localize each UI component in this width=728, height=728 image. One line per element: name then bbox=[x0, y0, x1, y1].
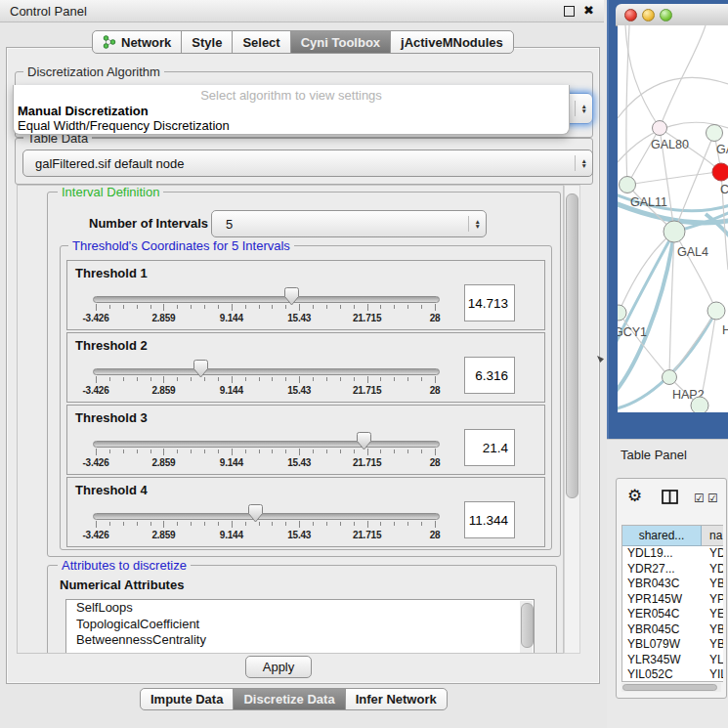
tick-mark bbox=[380, 305, 381, 309]
network-canvas[interactable]: GAL80GACGAL11GAL4GCY1HHAP2 bbox=[618, 25, 728, 412]
tick-mark bbox=[218, 450, 219, 453]
column-header-shared[interactable]: shared... bbox=[622, 526, 702, 546]
scrollbar-thumb[interactable] bbox=[622, 684, 717, 691]
threshold-value-field[interactable]: 14.713 bbox=[464, 284, 515, 321]
close-window-button-icon[interactable] bbox=[624, 9, 637, 21]
tick-mark bbox=[272, 305, 273, 309]
table-data-value: galFiltered.sif default node bbox=[35, 156, 184, 171]
network-node-hap2[interactable] bbox=[663, 370, 677, 385]
tab-network[interactable]: Network bbox=[92, 30, 182, 54]
tick-mark bbox=[150, 377, 151, 381]
table-data-combobox[interactable]: galFiltered.sif default node ▲▼ bbox=[22, 150, 593, 177]
tab-style[interactable]: Style bbox=[181, 30, 233, 54]
network-node-h[interactable] bbox=[707, 302, 725, 320]
network-node-gcy1[interactable] bbox=[618, 305, 626, 321]
network-node-gal80[interactable] bbox=[653, 121, 667, 136]
gear-icon[interactable]: ⚙ bbox=[627, 486, 642, 506]
tick-mark bbox=[340, 522, 341, 526]
tab-cyni-toolbox[interactable]: Cyni Toolbox bbox=[290, 30, 391, 54]
algorithm-option-manual-discretization[interactable]: Manual Discretization bbox=[18, 104, 565, 118]
tick-mark bbox=[137, 522, 138, 526]
algorithm-option-equal-width-frequency-discretization[interactable]: Equal Width/Frequency Discretization bbox=[18, 118, 565, 133]
slider-track[interactable] bbox=[93, 296, 440, 303]
slider-track[interactable] bbox=[93, 368, 440, 375]
table-row[interactable]: YBL079WYBL0 bbox=[622, 637, 723, 653]
tick-mark bbox=[272, 377, 273, 381]
tab-discretize-data[interactable]: Discretize Data bbox=[233, 688, 345, 710]
cell-name: YBL0 bbox=[702, 637, 723, 653]
cell-name: YBR0 bbox=[702, 622, 723, 638]
table-row[interactable]: YER054CYER0 bbox=[622, 607, 723, 622]
scrollbar-thumb[interactable] bbox=[521, 603, 534, 648]
table-hscrollbar[interactable] bbox=[621, 683, 721, 692]
tick-mark bbox=[367, 521, 368, 528]
table-row[interactable]: YIL052CYIL0 bbox=[622, 667, 723, 682]
threshold-label: Threshold 1 bbox=[75, 266, 148, 280]
float-window-icon[interactable] bbox=[564, 6, 575, 17]
tick-mark bbox=[326, 377, 327, 381]
node-label: GCY1 bbox=[618, 325, 647, 339]
table-row[interactable]: YLR345WYLR3 bbox=[622, 653, 723, 668]
tab-label: Infer Network bbox=[356, 692, 437, 707]
column-header-na[interactable]: na bbox=[702, 526, 723, 546]
tick-mark bbox=[177, 305, 178, 309]
list-scrollbar[interactable] bbox=[520, 601, 533, 654]
node-table: shared...na YDL19...YDL1YDR27...YDR2YBR0… bbox=[621, 525, 723, 682]
table-row[interactable]: YDL19...YDL1 bbox=[622, 546, 723, 562]
number-of-intervals-spinner[interactable]: 5 ▲▼ bbox=[211, 210, 487, 237]
network-node-gal11[interactable] bbox=[620, 177, 636, 193]
close-icon[interactable]: ✖ bbox=[583, 3, 594, 19]
tick-mark bbox=[232, 376, 233, 383]
slider-thumb[interactable] bbox=[284, 287, 299, 306]
network-node-c[interactable] bbox=[712, 163, 728, 181]
table-row[interactable]: YBR045CYBR0 bbox=[622, 622, 723, 638]
numerical-attributes-label: Numerical Attributes bbox=[60, 578, 184, 592]
attribute-item[interactable]: SelfLoops bbox=[66, 600, 534, 617]
tick-mark bbox=[340, 377, 341, 381]
slider-track[interactable] bbox=[93, 441, 440, 448]
split-columns-icon[interactable] bbox=[662, 490, 678, 508]
tick-mark bbox=[150, 522, 151, 526]
scrollbar-thumb[interactable] bbox=[566, 193, 578, 498]
tab-select[interactable]: Select bbox=[232, 30, 290, 54]
threshold-value-field[interactable]: 21.4 bbox=[464, 429, 515, 466]
zoom-window-button-icon[interactable] bbox=[660, 9, 672, 21]
table-row[interactable]: YDR27...YDR2 bbox=[622, 562, 723, 578]
network-node-ga[interactable] bbox=[707, 125, 723, 142]
tab-infer-network[interactable]: Infer Network bbox=[345, 688, 448, 710]
network-edge[interactable] bbox=[625, 25, 660, 128]
attribute-item[interactable]: TopologicalCoefficient bbox=[66, 617, 534, 633]
tick-mark bbox=[407, 305, 408, 309]
apply-button[interactable]: Apply bbox=[245, 656, 312, 678]
attribute-item[interactable]: BetweennessCentrality bbox=[66, 632, 534, 649]
network-edge[interactable] bbox=[674, 232, 716, 311]
tick-mark bbox=[313, 450, 314, 453]
slider-thumb[interactable] bbox=[248, 504, 263, 523]
tick-mark bbox=[245, 522, 246, 526]
tab-impute-data[interactable]: Impute Data bbox=[140, 688, 234, 710]
tick-mark bbox=[299, 521, 300, 528]
table-row[interactable]: YPR145WYPR1 bbox=[622, 592, 723, 608]
select-all-checkbox-icon[interactable]: ☑ bbox=[694, 492, 705, 505]
network-node-gal4[interactable] bbox=[664, 221, 685, 242]
tick-mark bbox=[204, 450, 205, 453]
network-edge[interactable] bbox=[627, 172, 721, 185]
slider-track[interactable] bbox=[93, 513, 440, 520]
slider-thumb[interactable] bbox=[357, 432, 371, 450]
cell-shared-name: YBR043C bbox=[622, 577, 702, 592]
panel-scrollbar[interactable] bbox=[564, 185, 580, 654]
select-none-checkbox-icon[interactable]: ☑ bbox=[707, 492, 718, 505]
tab-jactivemnodules[interactable]: jActiveMNodules bbox=[390, 30, 514, 54]
slider-thumb[interactable] bbox=[193, 360, 208, 378]
tick-mark bbox=[191, 305, 192, 309]
tick-mark bbox=[245, 377, 246, 381]
network-edge[interactable] bbox=[627, 128, 660, 185]
minimize-window-button-icon[interactable] bbox=[642, 9, 655, 21]
network-node[interactable] bbox=[691, 397, 708, 412]
threshold-value-field[interactable]: 6.316 bbox=[464, 357, 515, 394]
table-row[interactable]: YBR043CYBR0 bbox=[622, 577, 723, 592]
network-edge[interactable] bbox=[660, 25, 706, 128]
tick-mark bbox=[232, 304, 233, 311]
threshold-value-field[interactable]: 11.344 bbox=[464, 501, 515, 538]
network-edge[interactable] bbox=[669, 311, 716, 377]
